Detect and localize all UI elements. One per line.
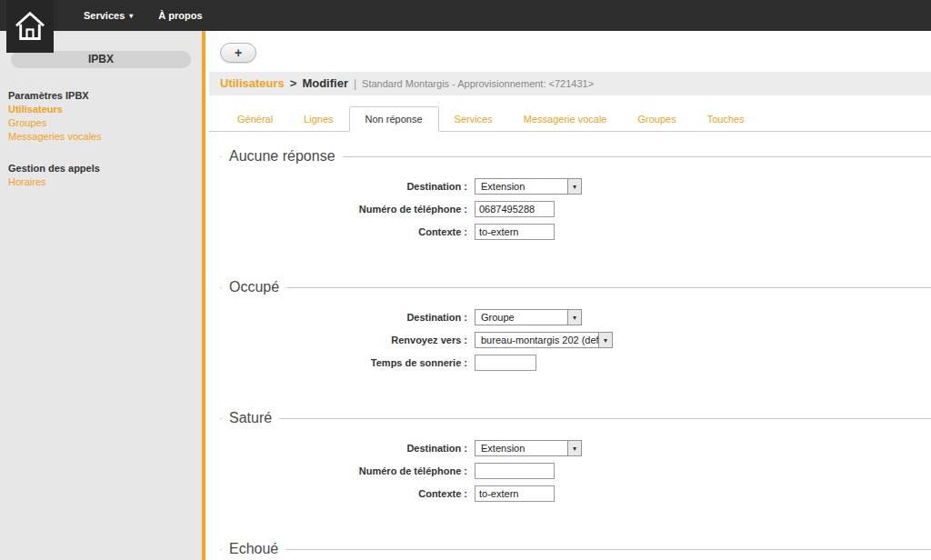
chevron-down-icon: ▾ bbox=[567, 441, 581, 455]
menu-services-label: Services bbox=[84, 10, 125, 21]
caret-down-icon: ▾ bbox=[129, 12, 133, 20]
section-echoue: Echoué Destination : Extension ▾ Numéro … bbox=[220, 541, 931, 560]
nav-heading-gestion-des-appels: Gestion des appels bbox=[8, 163, 195, 174]
congestion-context-input[interactable] bbox=[475, 485, 555, 502]
sidebar-item-utilisateurs[interactable]: Utilisateurs bbox=[8, 104, 195, 115]
main-content: + Utilisateurs > Modifier | Standard Mon… bbox=[209, 31, 931, 560]
select-value: bureau-montargis 202 (default) bbox=[476, 333, 598, 347]
breadcrumb-separator: > bbox=[290, 76, 297, 90]
sidebar-item-horaires[interactable]: Horaires bbox=[8, 176, 195, 187]
field-label: Contexte : bbox=[220, 488, 467, 499]
nav-heading-parametres-ipbx: Paramètres IPBX bbox=[8, 90, 195, 101]
form-row: Renvoyez vers : bureau-montargis 202 (de… bbox=[220, 332, 931, 348]
form-row: Numéro de téléphone : bbox=[220, 201, 931, 217]
breadcrumb-page: Modifier bbox=[302, 76, 348, 90]
breadcrumb-divider: | bbox=[354, 77, 356, 90]
breadcrumb: Utilisateurs > Modifier | Standard Monta… bbox=[209, 72, 931, 95]
plus-icon: + bbox=[235, 45, 242, 60]
add-button[interactable]: + bbox=[220, 43, 256, 63]
section-legend: Saturé bbox=[222, 410, 279, 426]
busy-ring-time-input[interactable] bbox=[475, 355, 536, 371]
tab-non-reponse[interactable]: Non réponse bbox=[349, 106, 439, 132]
tab-messagerie-vocale[interactable]: Messagerie vocale bbox=[508, 107, 623, 131]
section-legend: Occupé bbox=[222, 279, 286, 295]
field-label: Numéro de téléphone : bbox=[220, 204, 467, 215]
sidebar-title: IPBX bbox=[11, 51, 191, 68]
section-legend: Echoué bbox=[222, 541, 285, 557]
sidebar: IPBX Paramètres IPBX Utilisateurs Groupe… bbox=[0, 31, 205, 560]
house-icon bbox=[13, 8, 47, 45]
menu-about-label: À propos bbox=[158, 10, 202, 21]
field-label: Destination : bbox=[220, 312, 467, 323]
form-row: Temps de sonnerie : bbox=[220, 355, 931, 371]
field-label: Renvoyez vers : bbox=[220, 335, 467, 345]
section-legend: Aucune réponse bbox=[222, 148, 343, 165]
field-label: Destination : bbox=[220, 443, 467, 454]
tab-groupes[interactable]: Groupes bbox=[622, 107, 691, 131]
no-answer-destination-select[interactable]: Extension ▾ bbox=[475, 178, 582, 195]
select-value: Extension bbox=[476, 179, 567, 194]
sidebar-nav: Paramètres IPBX Utilisateurs Groupes Mes… bbox=[0, 77, 202, 187]
chevron-down-icon: ▾ bbox=[567, 179, 581, 194]
home-logo[interactable] bbox=[6, 0, 54, 53]
tab-bar: Général Lignes Non réponse Services Mess… bbox=[209, 95, 931, 132]
menu-services[interactable]: Services▾ bbox=[71, 0, 145, 31]
form-row: Contexte : bbox=[220, 485, 931, 502]
section-aucune-reponse: Aucune réponse Destination : Extension ▾… bbox=[220, 148, 931, 261]
chevron-down-icon: ▾ bbox=[567, 310, 581, 325]
topbar: Services▾ À propos bbox=[0, 0, 931, 31]
no-answer-phone-number-input[interactable] bbox=[475, 201, 555, 217]
field-label: Destination : bbox=[220, 181, 467, 192]
breadcrumb-section[interactable]: Utilisateurs bbox=[220, 76, 285, 90]
form-row: Destination : Groupe ▾ bbox=[220, 309, 931, 325]
field-label: Contexte : bbox=[220, 226, 467, 237]
form-area: Aucune réponse Destination : Extension ▾… bbox=[209, 132, 931, 560]
field-label: Temps de sonnerie : bbox=[220, 357, 467, 368]
select-value: Extension bbox=[476, 441, 567, 455]
tab-lignes[interactable]: Lignes bbox=[288, 107, 348, 131]
form-row: Numéro de téléphone : bbox=[220, 463, 931, 479]
tab-general[interactable]: Général bbox=[222, 107, 288, 131]
no-answer-context-input[interactable] bbox=[475, 224, 555, 240]
tab-services[interactable]: Services bbox=[439, 107, 508, 131]
field-label: Numéro de téléphone : bbox=[220, 465, 467, 476]
section-occupe: Occupé Destination : Groupe ▾ Renvoyez v… bbox=[220, 279, 931, 392]
form-row: Contexte : bbox=[220, 224, 931, 240]
form-row: Destination : Extension ▾ bbox=[220, 440, 931, 456]
tab-touches[interactable]: Touches bbox=[692, 107, 760, 131]
congestion-phone-number-input[interactable] bbox=[475, 463, 555, 479]
chevron-down-icon: ▾ bbox=[598, 333, 612, 347]
select-value: Groupe bbox=[476, 310, 567, 325]
busy-forward-to-select[interactable]: bureau-montargis 202 (default) ▾ bbox=[475, 332, 613, 348]
menu-about[interactable]: À propos bbox=[145, 0, 215, 31]
congestion-destination-select[interactable]: Extension ▾ bbox=[475, 440, 582, 456]
section-sature: Saturé Destination : Extension ▾ Numéro … bbox=[220, 410, 931, 523]
sidebar-item-messageries-vocales[interactable]: Messageries vocales bbox=[8, 131, 195, 142]
sidebar-item-groupes[interactable]: Groupes bbox=[8, 117, 195, 128]
form-row: Destination : Extension ▾ bbox=[220, 178, 931, 195]
busy-destination-select[interactable]: Groupe ▾ bbox=[475, 309, 582, 325]
breadcrumb-subtitle: Standard Montargis - Approvisionnement: … bbox=[362, 78, 594, 89]
